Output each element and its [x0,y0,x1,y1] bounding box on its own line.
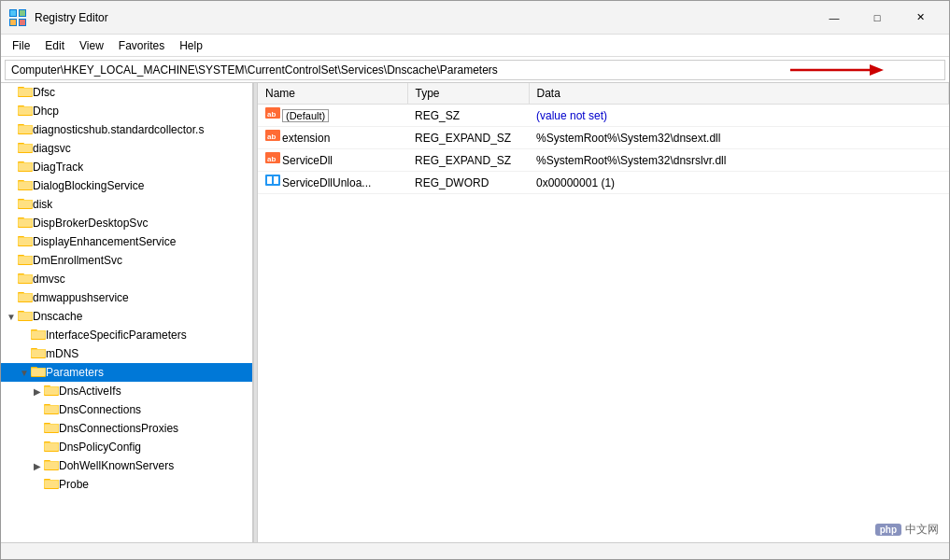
svg-rect-73 [32,369,45,376]
value-name-servicedll: ServiceDll [282,154,333,167]
cell-name-servicedll: ab ServiceDll [258,149,407,172]
svg-rect-65 [32,331,45,339]
col-header-data[interactable]: Data [529,83,949,105]
svg-rect-21 [19,126,32,133]
cell-name-default: ab (Default) [258,105,407,127]
svg-text:ab: ab [267,110,276,119]
svg-rect-41 [19,219,32,227]
main-content: Dfsc Dhcp diagnosticshub.standardcollect… [1,83,949,542]
cell-data-servicedll: %SystemRoot%\System32\dnsrslvr.dll [529,149,949,172]
col-header-type[interactable]: Type [407,83,529,105]
tree-item-dohwellknown[interactable]: ▶ DohWellKnownServers [1,456,252,475]
expander-dnsactivelfs[interactable]: ▶ [31,386,44,397]
tree-label-mdns: mDNS [46,347,78,360]
tree-item-dmwappush[interactable]: dmwappushservice [1,288,252,307]
tree-label-dmwappush: dmwappushservice [33,291,129,304]
tree-item-dmvsc[interactable]: dmvsc [1,270,252,288]
folder-icon-displayenhancement [18,234,33,250]
table-row-servicedll[interactable]: ab ServiceDllREG_EXPAND_SZ%SystemRoot%\S… [258,149,949,172]
menu-edit[interactable]: Edit [37,37,72,54]
window-controls: — □ ✕ [813,1,942,35]
svg-rect-85 [45,425,58,432]
tree-label-dispbroker: DispBrokerDesktopSvc [33,217,148,230]
cell-type-extension: REG_EXPAND_SZ [407,127,529,149]
tree-item-interfacespecific[interactable]: InterfaceSpecificParameters [1,326,252,344]
tree-item-dnscache[interactable]: ▼ Dnscache [1,307,252,326]
tree-item-diagsvc[interactable]: diagsvc [1,139,252,158]
tree-label-dnscache: Dnscache [33,310,82,323]
folder-icon-dnsconnectionsproxies [44,421,59,437]
menu-help[interactable]: Help [172,37,210,54]
folder-icon-mdns [31,346,46,362]
tree-label-dmvsc: dmvsc [33,273,65,286]
value-name-servicedllunload: ServiceDllUnloa... [282,176,371,189]
svg-rect-97 [45,481,58,488]
tree-item-dmenrollment[interactable]: DmEnrollmentSvc [1,251,252,270]
tree-item-dnspolicyconfig[interactable]: DnsPolicyConfig [1,438,252,456]
tree-item-dispbroker[interactable]: DispBrokerDesktopSvc [1,214,252,232]
value-name-extension: extension [282,132,330,145]
tree-label-dnsconnectionsproxies: DnsConnectionsProxies [59,422,178,435]
minimize-button[interactable]: — [813,1,856,35]
address-bar [1,57,949,83]
svg-rect-69 [32,350,45,357]
folder-icon-probe [44,477,59,493]
tree-label-probe: Probe [59,478,89,491]
svg-rect-5 [20,10,25,16]
svg-rect-37 [19,201,32,208]
svg-rect-13 [19,89,32,96]
title-bar: Registry Editor — □ ✕ [1,1,949,35]
cell-type-servicedllunload: REG_DWORD [407,172,529,194]
right-panel: Name Type Data ab (Default)REG_SZ(value … [258,83,949,542]
expander-parameters[interactable]: ▼ [18,368,31,378]
tree-item-dialogblocking[interactable]: DialogBlockingService [1,176,252,195]
table-row-servicedllunload[interactable]: ServiceDllUnloa...REG_DWORD0x00000001 (1… [258,172,949,194]
table-row-extension[interactable]: ab extensionREG_EXPAND_SZ%SystemRoot%\Sy… [258,127,949,149]
svg-rect-7 [20,20,25,25]
folder-icon-disk [18,197,33,213]
status-bar [1,542,949,560]
folder-icon-dohwellknown [44,458,59,474]
tree-item-dnsconnectionsproxies[interactable]: DnsConnectionsProxies [1,419,252,438]
tree-item-diagnosticshub[interactable]: diagnosticshub.standardcollector.s [1,120,252,139]
folder-icon-diagsvc [18,141,33,157]
tree-item-displayenhancement[interactable]: DisplayEnhancementService [1,232,252,251]
folder-icon-dhcp [18,104,33,119]
svg-rect-53 [19,275,32,283]
close-button[interactable]: ✕ [899,1,942,35]
table-header-row: Name Type Data [258,83,949,105]
menu-bar: File Edit View Favorites Help [1,35,949,57]
folder-icon-dfsc [18,85,33,101]
tree-item-disk[interactable]: disk [1,195,252,214]
expander-dnscache[interactable]: ▼ [5,312,18,322]
svg-rect-29 [19,163,32,171]
expander-dohwellknown[interactable]: ▶ [31,461,44,471]
tree-item-dnsactivelfs[interactable]: ▶ DnsActiveIfs [1,382,252,400]
window-title: Registry Editor [35,11,813,24]
menu-file[interactable]: File [5,37,37,54]
tree-label-dnsactivelfs: DnsActiveIfs [59,385,121,398]
cell-data-servicedllunload: 0x00000001 (1) [529,172,949,194]
col-header-name[interactable]: Name [258,83,407,105]
tree-label-interfacespecific: InterfaceSpecificParameters [46,329,187,342]
folder-icon-dnscache [18,309,33,325]
svg-rect-89 [45,443,58,451]
tree-item-diagtrack[interactable]: DiagTrack [1,158,252,176]
folder-icon-dmwappush [18,290,33,306]
tree-item-dhcp[interactable]: Dhcp [1,102,252,120]
tree-panel[interactable]: Dfsc Dhcp diagnosticshub.standardcollect… [1,83,253,542]
tree-item-dfsc[interactable]: Dfsc [1,83,252,102]
table-row-default[interactable]: ab (Default)REG_SZ(value not set) [258,105,949,127]
tree-item-parameters[interactable]: ▼ Parameters [1,363,252,382]
tree-item-probe[interactable]: Probe [1,475,252,494]
tree-item-dnsconnections[interactable]: DnsConnections [1,400,252,419]
app-icon [8,8,27,27]
cell-type-servicedll: REG_EXPAND_SZ [407,149,529,172]
svg-rect-49 [19,257,32,264]
menu-favorites[interactable]: Favorites [111,37,172,54]
tree-item-mdns[interactable]: mDNS [1,344,252,363]
maximize-button[interactable]: □ [856,1,899,35]
folder-icon-dnspolicyconfig [44,440,59,455]
menu-view[interactable]: View [72,37,111,54]
tree-label-dnsconnections: DnsConnections [59,403,141,416]
